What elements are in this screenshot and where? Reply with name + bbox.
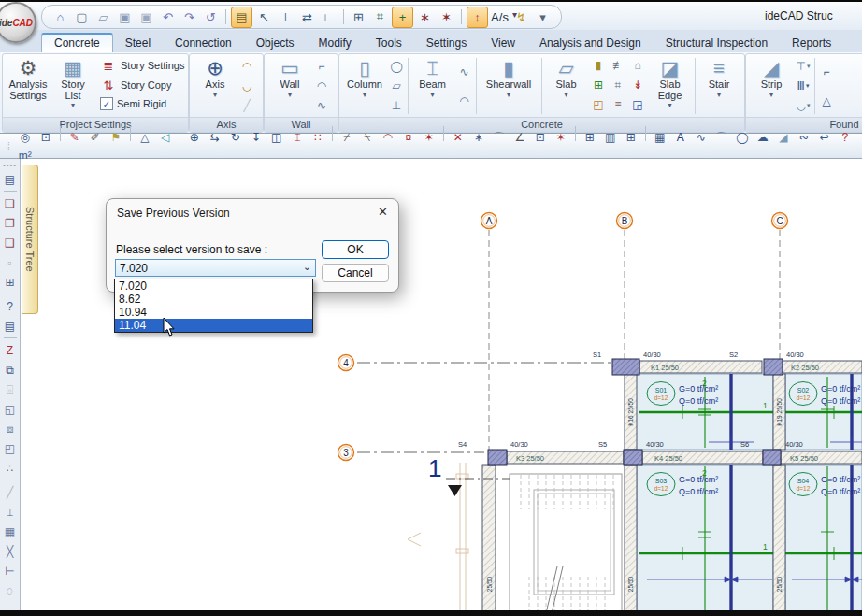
story-copy-button[interactable]: ⇅ Story Copy [97,76,187,94]
axis-dim-icon[interactable]: ⊞ [581,128,599,147]
cloud-icon[interactable]: ☁ [754,128,772,147]
tab-modify[interactable]: Modify [306,34,363,52]
slab-hatch-icon[interactable]: ⌗ [610,76,627,93]
slab-opening-icon[interactable]: ◲ [629,96,647,114]
corner-foundation-icon[interactable]: ⌐ [818,64,835,80]
layers-toggle-icon[interactable]: ▤ [231,7,252,28]
redo-icon[interactable]: ↷ [180,7,199,27]
close-icon[interactable]: ✕ [378,205,388,219]
detail-icon[interactable]: ◌ [1,581,19,599]
slab-rebar-icon[interactable]: ≢ [610,56,627,74]
spline-icon[interactable]: ∾ [795,128,813,147]
tab-reports[interactable]: Reports [780,34,843,52]
project-icon[interactable]: ↧ [247,128,266,147]
divide-icon[interactable]: ✶ [420,128,438,147]
version-option-8.62[interactable]: 8.62 [115,293,312,306]
cancel-button[interactable]: Cancel [322,264,389,282]
tab-analysis-and-design[interactable]: Analysis and Design [527,34,654,52]
arc-beam-icon[interactable]: ◠ [456,93,473,109]
corner-icon[interactable]: ∟ [319,7,338,27]
paint-icon[interactable]: ¤ [399,128,418,147]
undo-icon[interactable]: ↶ [158,7,178,27]
offset-icon[interactable]: ⇆ [206,128,224,147]
mirror-copy-icon[interactable]: ⧈ [1,420,19,437]
drop-panel-icon[interactable]: ▮ [590,56,608,74]
circle-icon[interactable]: ◯ [733,128,752,147]
copy-properties-icon[interactable]: ❐ [1,214,19,232]
compass-icon[interactable]: △ [136,128,154,147]
structure-tree-tab[interactable]: Structure Tree [22,165,38,314]
slope-icon[interactable]: ◢ [774,128,793,147]
slab-button[interactable]: ▱ Slab ▾ [544,56,589,116]
slab-layers-icon[interactable]: ≡ [610,96,627,114]
axis-select-icon[interactable]: ⊞ [1,273,19,291]
version-option-11.04[interactable]: 11.04 [115,319,312,332]
shearwall-button[interactable]: ▮ Shearwall ▾ [478,56,539,116]
story-copy-icon[interactable]: Z [1,341,19,359]
paste-icon[interactable]: ⌻ [1,380,19,398]
break-icon[interactable]: ✕ [449,128,467,147]
line-axis-icon[interactable]: ╱ [238,97,255,114]
strip-button[interactable]: ◢ Strip ▾ [749,56,794,116]
toolbar-grip[interactable]: ⁞ [7,141,11,151]
snap-lock-icon[interactable]: + [392,7,413,28]
toolbar-options-icon[interactable]: ▾ [512,9,517,20]
semi-rigid-checkbox[interactable]: ✓ Semi Rigid [97,95,187,112]
polygon-snap-icon[interactable]: ⌗ [370,7,390,27]
undo-view-icon[interactable]: ↺ [201,7,221,27]
move-story-icon[interactable]: ❑ [1,234,19,251]
sketch-icon[interactable]: ╱ [1,483,19,501]
style-picker-icon[interactable]: ✐ [86,128,105,147]
polyline-icon[interactable]: ∿ [692,128,711,147]
stair[interactable] [510,474,622,613]
slab-edge-button[interactable]: ◪ Slab Edge ▾ [648,56,693,116]
slab-axes-icon[interactable]: ⊞ [590,76,608,93]
measure-icon[interactable]: ✎ [65,128,84,147]
story-list-button[interactable]: ▦ Story List ▾ [50,56,95,116]
select-arrow-icon[interactable]: ↖ [254,7,274,27]
document-icon[interactable]: ▤ [1,317,19,335]
grid-snap-icon[interactable]: ⊞ [349,7,368,27]
quick-access-dropdown-icon[interactable]: ▾ [533,7,553,27]
horizontal-axis-lines[interactable] [357,363,612,452]
home-icon[interactable]: ⌂ [50,7,70,27]
rotated-axis-icon[interactable]: ◠ [238,58,255,75]
version-combobox[interactable]: 7.020 ⌄ [115,259,316,277]
array-icon[interactable]: ∷ [309,128,327,147]
polygon-column-icon[interactable]: ▱ [388,78,405,94]
story-settings-button[interactable]: ≣ Story Settings [97,56,187,75]
move-icon[interactable]: ⊕ [185,128,204,147]
fillet-icon[interactable]: ⌒ [490,128,509,147]
dimension-toggle-icon[interactable]: ↕ [467,7,488,28]
toolbar-grip[interactable]: •••• [3,161,17,169]
arc-icon[interactable]: ⌒ [712,128,731,147]
ucs-icon[interactable]: ↩ [815,128,834,147]
stair-3d-icon[interactable]: ▦ [1,523,19,540]
break-line-icon[interactable]: ╳ [1,542,19,560]
arc-wall-icon[interactable]: ◠ [313,78,330,94]
slab-corner-icon[interactable]: ◰ [590,96,608,114]
analysis-sections-icon[interactable]: A/s [490,7,510,27]
analysis-settings-button[interactable]: ⚙ Analysis Settings [6,56,50,116]
canopy-icon[interactable]: ⌂ [629,56,647,74]
column-capital-icon[interactable]: ⊥ [388,97,405,114]
rotate-icon[interactable]: ↻ [226,128,245,147]
axis-button[interactable]: ⊕ Axis ▾ [193,56,237,116]
intersect-icon[interactable]: ∗ [469,128,488,147]
text-icon[interactable]: A [671,128,690,147]
trim-icon[interactable]: ⌿ [338,128,356,147]
query-dim-icon[interactable]: ? [836,128,855,147]
zoom-region-icon[interactable]: ⊡ [36,128,55,147]
new-file-icon[interactable]: ▢ [72,7,92,27]
section-view-icon[interactable]: ⌶ [1,503,19,521]
pipe-axis-icon[interactable]: ⊢ [1,562,19,580]
zoom-window-icon[interactable]: ◎ [16,128,35,147]
version-option-10.94[interactable]: 10.94 [115,306,312,319]
polyline-beam-icon[interactable]: ∿ [456,64,473,80]
polyline-wall-icon[interactable]: ∿ [313,97,330,114]
tab-concrete[interactable]: Concrete [41,33,113,52]
circular-column-icon[interactable]: ◯ [388,58,405,75]
snap-near-icon[interactable]: ∗ [415,7,435,27]
rotate-copy-icon[interactable]: ◱ [1,400,19,418]
query-measure-icon[interactable]: ? [1,297,19,315]
